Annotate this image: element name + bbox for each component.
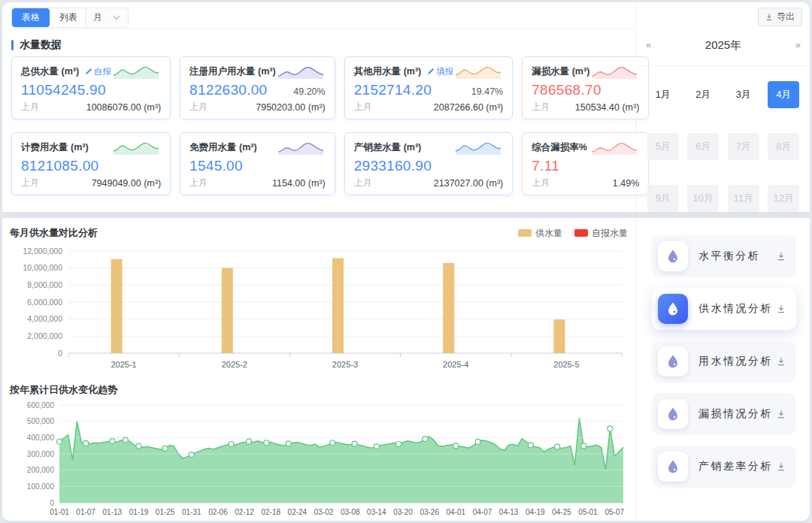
export-label: 导出	[777, 11, 795, 23]
svg-text:0: 0	[50, 499, 54, 507]
stat-card-prev-value: 150534.40 (m³)	[575, 102, 639, 113]
stat-card: 产销差水量 (m³) 2933160.90 上月 2137027.00 (m³)	[344, 132, 514, 195]
bar-chart-block: 每月供水量对比分析 供水量 自报水量 02,000,0004,000,0006,…	[2, 218, 635, 381]
stat-card: 计费用水量 (m³) 8121085.00 上月 7949049.00 (m³)	[11, 132, 171, 195]
sparkline	[276, 62, 326, 80]
stat-card: 其他用水量 (m³) 填报 2152714.20 19.47% 上月 20872…	[344, 56, 514, 119]
water-drop-icon	[658, 452, 688, 482]
calendar-prev-year-button[interactable]: «	[643, 39, 654, 50]
calendar-month-5月: 5月	[647, 133, 679, 160]
analysis-item-label: 产销差率分析	[698, 460, 773, 473]
stat-card-value: 7.11	[532, 158, 559, 174]
svg-text:2025-2: 2025-2	[222, 360, 247, 369]
legend-item-self-report[interactable]: 自报水量	[574, 227, 628, 240]
stat-card-value: 8122630.00	[189, 82, 267, 98]
stat-card-title: 总供水量 (m³)	[21, 65, 79, 78]
analysis-item[interactable]: 漏损情况分析	[652, 393, 796, 435]
export-button[interactable]: 导出	[758, 8, 802, 26]
section-title-text: 水量数据	[20, 38, 62, 52]
analysis-item[interactable]: 水平衡分析	[652, 235, 796, 277]
chevron-down-icon	[113, 15, 120, 20]
svg-text:2025-5: 2025-5	[553, 360, 579, 369]
svg-text:03-08: 03-08	[341, 508, 360, 516]
analysis-item-label: 水平衡分析	[698, 249, 761, 263]
calendar-month-10月: 10月	[687, 185, 719, 212]
svg-text:500,000: 500,000	[27, 417, 55, 425]
legend-swatch-self-report	[574, 229, 588, 237]
svg-text:400,000: 400,000	[27, 434, 55, 442]
analysis-item-label: 漏损情况分析	[698, 407, 773, 421]
download-icon[interactable]	[777, 462, 786, 471]
stat-card-value: 786568.70	[532, 82, 601, 98]
area-chart-title: 按年累计日供水变化趋势	[10, 383, 117, 397]
svg-text:2025-1: 2025-1	[111, 360, 136, 369]
svg-text:10,000,000: 10,000,000	[23, 263, 62, 272]
calendar-month-12月: 12月	[768, 185, 799, 212]
sparkline	[111, 138, 161, 156]
legend-label-self-report: 自报水量	[592, 227, 628, 240]
title-accent-bar	[11, 40, 14, 50]
tab-table[interactable]: 表格	[12, 8, 50, 27]
svg-text:2025-4: 2025-4	[443, 360, 468, 369]
stat-card-prev-value: 2137027.00 (m³)	[434, 178, 503, 189]
sparkline	[589, 62, 639, 80]
stat-card-title: 其他用水量 (m³)	[354, 65, 422, 78]
calendar-month-4月[interactable]: 4月	[768, 81, 799, 108]
stat-card: 漏损水量 (m³) 786568.70 上月 150534.40 (m³)	[522, 56, 649, 119]
bar-chart-legend: 供水量 自报水量	[518, 227, 628, 240]
svg-text:04-01: 04-01	[447, 508, 466, 516]
calendar-month-1月[interactable]: 1月	[647, 81, 679, 108]
stat-card-prev-value: 7949049.00 (m³)	[92, 178, 161, 189]
calendar-next-year-button[interactable]: »	[792, 39, 804, 50]
stat-card-title: 漏损水量 (m³)	[532, 65, 589, 78]
svg-text:2,000,000: 2,000,000	[27, 331, 62, 340]
analysis-item[interactable]: 产销差率分析	[652, 446, 796, 488]
stat-card-title: 综合漏损率%	[532, 141, 587, 154]
calendar-year-label: 2025年	[705, 38, 741, 51]
stat-card: 总供水量 (m³) 自报 11054245.90 上月 10086076.00 …	[11, 56, 171, 119]
svg-text:01-19: 01-19	[129, 508, 149, 516]
svg-text:04-13: 04-13	[499, 508, 519, 516]
calendar-header: « 2025年 »	[637, 38, 810, 58]
svg-text:03-20: 03-20	[393, 508, 413, 516]
calendar-month-6月: 6月	[687, 133, 719, 160]
stat-card-tag[interactable]: 自报	[85, 66, 111, 77]
calendar-month-3月[interactable]: 3月	[728, 81, 759, 108]
download-icon[interactable]	[777, 304, 786, 313]
analysis-item-label: 用水情况分析	[698, 355, 773, 368]
stat-card-title: 免费用水量 (m³)	[189, 141, 257, 154]
stat-card-tag[interactable]: 填报	[427, 66, 453, 77]
download-icon[interactable]	[777, 410, 786, 419]
download-icon[interactable]	[777, 357, 786, 366]
bar-chart-title: 每月供水量对比分析	[10, 226, 98, 240]
water-drop-icon	[658, 241, 688, 271]
svg-text:05-01: 05-01	[578, 508, 598, 516]
svg-text:100,000: 100,000	[27, 482, 55, 491]
calendar-month-grid: 1月2月3月4月5月6月7月8月9月10月11月12月	[637, 66, 810, 212]
charts-area: 每月供水量对比分析 供水量 自报水量 02,000,0004,000,0006,…	[2, 218, 636, 521]
calendar-month-2月[interactable]: 2月	[687, 81, 719, 108]
water-drop-icon	[658, 294, 688, 324]
stat-card-title: 注册用户用水量 (m³)	[189, 65, 276, 78]
legend-item-supply[interactable]: 供水量	[518, 227, 562, 240]
svg-text:04-07: 04-07	[473, 508, 492, 516]
sparkline	[453, 62, 503, 80]
period-select[interactable]: 月	[85, 8, 129, 28]
svg-text:4,000,000: 4,000,000	[27, 314, 62, 323]
bottom-section: 每月供水量对比分析 供水量 自报水量 02,000,0004,000,0006,…	[2, 218, 810, 521]
analysis-item[interactable]: 用水情况分析	[652, 340, 796, 382]
download-icon	[765, 13, 773, 21]
svg-text:6,000,000: 6,000,000	[27, 298, 62, 307]
analysis-item-label: 供水情况分析	[698, 302, 773, 316]
calendar-month-9月: 9月	[647, 185, 679, 212]
stat-card-value: 1545.00	[189, 158, 243, 174]
pencil-icon	[85, 68, 92, 75]
water-drop-icon	[658, 346, 688, 376]
svg-text:02-12: 02-12	[235, 508, 254, 516]
analysis-item[interactable]: 供水情况分析	[652, 288, 796, 330]
top-right-panel: 导出 « 2025年 » 1月2月3月4月5月6月7月8月9月10月11月12月	[637, 2, 810, 212]
water-drop-icon	[658, 399, 688, 429]
download-icon[interactable]	[777, 252, 786, 261]
stat-card-percent: 49.20%	[293, 86, 325, 97]
tab-list[interactable]: 列表	[50, 8, 87, 27]
